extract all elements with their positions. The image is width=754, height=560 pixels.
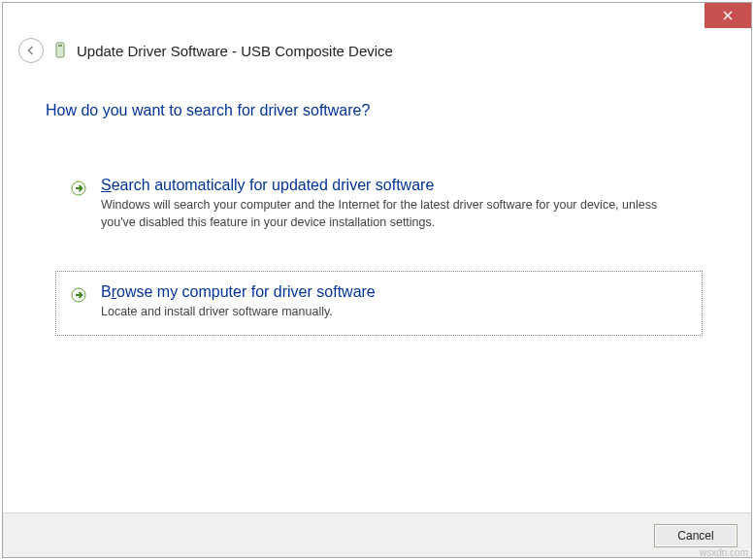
option-search-automatically[interactable]: Search automatically for updated driver … bbox=[55, 164, 703, 246]
option-body: Browse my computer for driver software L… bbox=[101, 283, 686, 321]
option-title: Browse my computer for driver software bbox=[101, 283, 686, 301]
footer: Cancel bbox=[3, 512, 751, 557]
arrow-right-icon bbox=[70, 286, 87, 304]
header-title: Update Driver Software - USB Composite D… bbox=[77, 43, 393, 59]
content-area: How do you want to search for driver sof… bbox=[3, 75, 751, 512]
arrow-right-icon bbox=[70, 180, 87, 197]
option-title: Search automatically for updated driver … bbox=[101, 177, 686, 194]
back-arrow-icon bbox=[25, 45, 37, 56]
svg-rect-3 bbox=[58, 45, 62, 47]
dialog-window: Update Driver Software - USB Composite D… bbox=[2, 2, 752, 558]
header: Update Driver Software - USB Composite D… bbox=[3, 32, 751, 75]
titlebar bbox=[3, 3, 751, 32]
option-body: Search automatically for updated driver … bbox=[101, 177, 686, 231]
option-description: Windows will search your computer and th… bbox=[101, 197, 686, 231]
close-button[interactable] bbox=[705, 3, 751, 28]
option-description: Locate and install driver software manua… bbox=[101, 304, 686, 321]
back-button[interactable] bbox=[18, 38, 44, 63]
watermark: wsxdn.com bbox=[700, 547, 748, 558]
cancel-button[interactable]: Cancel bbox=[654, 524, 738, 547]
close-icon bbox=[723, 11, 733, 20]
question-heading: How do you want to search for driver sof… bbox=[46, 102, 708, 119]
option-browse-computer[interactable]: Browse my computer for driver software L… bbox=[55, 271, 703, 336]
device-icon bbox=[53, 42, 67, 59]
